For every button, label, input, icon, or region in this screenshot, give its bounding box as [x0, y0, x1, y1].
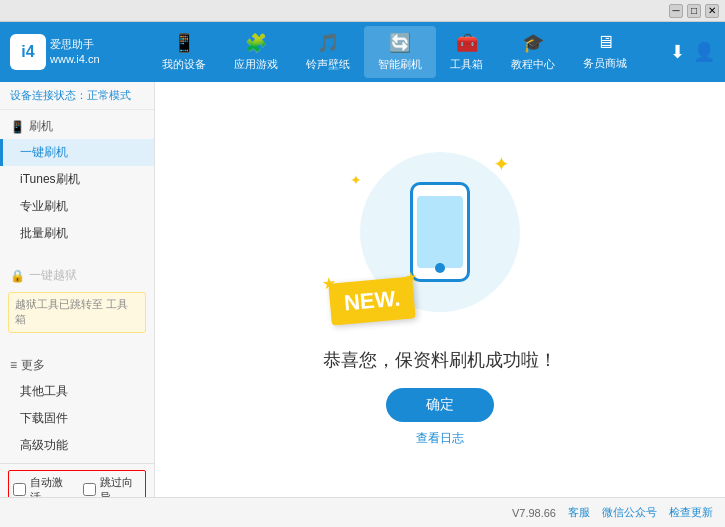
- flash-section-header: 📱 刷机: [0, 114, 154, 139]
- nav-service[interactable]: 🖥 务员商城: [569, 26, 641, 78]
- nav-ringtone[interactable]: 🎵 铃声壁纸: [292, 26, 364, 78]
- my-device-icon: 📱: [173, 32, 195, 54]
- nav-service-label: 务员商城: [583, 56, 627, 71]
- phone-shape: [410, 182, 470, 282]
- main-container: 设备连接状态：正常模式 📱 刷机 一键刷机 iTunes刷机 专业刷机 批量刷机: [0, 82, 725, 497]
- logo: i4 爱思助手 www.i4.cn: [10, 34, 100, 70]
- sidebar-section-flash: 📱 刷机 一键刷机 iTunes刷机 专业刷机 批量刷机: [0, 110, 154, 251]
- confirm-button[interactable]: 确定: [386, 388, 494, 422]
- auto-activate-label: 自动激活: [30, 475, 71, 497]
- nav-my-device-label: 我的设备: [162, 57, 206, 72]
- nav-my-device[interactable]: 📱 我的设备: [148, 26, 220, 78]
- success-illustration: ✦ ✦ NEW.: [340, 132, 540, 332]
- flash-section-icon: 📱: [10, 120, 25, 134]
- sidebar-item-itunes-flash[interactable]: iTunes刷机: [0, 166, 154, 193]
- nav-tutorial-label: 教程中心: [511, 57, 555, 72]
- nav-tutorial[interactable]: 🎓 教程中心: [497, 26, 569, 78]
- version-label: V7.98.66: [512, 507, 556, 519]
- other-tools-label: 其他工具: [20, 384, 68, 398]
- new-badge: NEW.: [328, 276, 416, 325]
- status-label: 设备连接状态：: [10, 89, 87, 101]
- log-link[interactable]: 查看日志: [416, 430, 464, 447]
- logo-text: 爱思助手 www.i4.cn: [50, 37, 100, 68]
- itunes-flash-label: iTunes刷机: [20, 172, 80, 186]
- sidebar-item-batch-flash[interactable]: 批量刷机: [0, 220, 154, 247]
- advanced-label: 高级功能: [20, 438, 68, 452]
- sidebar-status: 设备连接状态：正常模式: [0, 82, 154, 110]
- sidebar-item-other-tools[interactable]: 其他工具: [0, 378, 154, 405]
- flash-section-label: 刷机: [29, 118, 53, 135]
- bottom-right: V7.98.66 客服 微信公众号 检查更新: [512, 505, 713, 520]
- auto-activate-checkbox[interactable]: [13, 483, 26, 496]
- app-games-icon: 🧩: [245, 32, 267, 54]
- download-firmware-label: 下载固件: [20, 411, 68, 425]
- sidebar-item-onekey-flash[interactable]: 一键刷机: [0, 139, 154, 166]
- window-bar: ─ □ ✕: [0, 0, 725, 22]
- sparkle-1: ✦: [493, 152, 510, 176]
- new-badge-text: NEW.: [343, 286, 401, 316]
- logo-line1: 爱思助手: [50, 37, 100, 52]
- nav-app-games-label: 应用游戏: [234, 57, 278, 72]
- sparkle-2: ✦: [350, 172, 362, 188]
- sidebar-item-download-firmware[interactable]: 下载固件: [0, 405, 154, 432]
- nav-items: 📱 我的设备 🧩 应用游戏 🎵 铃声壁纸 🔄 智能刷机 🧰 工具箱 🎓 教程中心…: [120, 26, 670, 78]
- customer-service-link[interactable]: 客服: [568, 505, 590, 520]
- nav-toolbox[interactable]: 🧰 工具箱: [436, 26, 497, 78]
- bottom-bar: V7.98.66 客服 微信公众号 检查更新: [0, 497, 725, 527]
- header-right: ⬇ 👤: [670, 41, 715, 63]
- nav-toolbox-label: 工具箱: [450, 57, 483, 72]
- nav-smart-flash[interactable]: 🔄 智能刷机: [364, 26, 436, 78]
- service-icon: 🖥: [596, 32, 614, 53]
- jailbreak-section-label: 一键越狱: [29, 267, 77, 284]
- minimize-button[interactable]: ─: [669, 4, 683, 18]
- nav-ringtone-label: 铃声壁纸: [306, 57, 350, 72]
- sidebar-section-jailbreak: 🔒 一键越狱 越狱工具已跳转至 工具箱: [0, 259, 154, 341]
- nav-app-games[interactable]: 🧩 应用游戏: [220, 26, 292, 78]
- more-icon: ≡: [10, 358, 17, 372]
- phone-home-button: [435, 263, 445, 273]
- guide-checkbox[interactable]: [83, 483, 96, 496]
- jailbreak-warning-box: 越狱工具已跳转至 工具箱: [8, 292, 146, 333]
- pro-flash-label: 专业刷机: [20, 199, 68, 213]
- wechat-link[interactable]: 微信公众号: [602, 505, 657, 520]
- sidebar-item-pro-flash[interactable]: 专业刷机: [0, 193, 154, 220]
- batch-flash-label: 批量刷机: [20, 226, 68, 240]
- content-area: ✦ ✦ NEW. 恭喜您，保资料刷机成功啦！ 确定 查看日志: [155, 82, 725, 497]
- success-message: 恭喜您，保资料刷机成功啦！: [323, 348, 557, 372]
- phone-screen: [417, 196, 463, 268]
- checkbox-row-highlight: 自动激活 跳过向导: [8, 470, 146, 497]
- jailbreak-lock-icon: 🔒: [10, 269, 25, 283]
- more-section-label: 更多: [21, 357, 45, 374]
- nav-smart-flash-label: 智能刷机: [378, 57, 422, 72]
- sidebar-item-advanced[interactable]: 高级功能: [0, 432, 154, 459]
- sidebar: 设备连接状态：正常模式 📱 刷机 一键刷机 iTunes刷机 专业刷机 批量刷机: [0, 82, 155, 497]
- onekey-flash-label: 一键刷机: [20, 145, 68, 159]
- toolbox-icon: 🧰: [456, 32, 478, 54]
- logo-icon-text: i4: [21, 43, 34, 61]
- download-button[interactable]: ⬇: [670, 41, 685, 63]
- ringtone-icon: 🎵: [317, 32, 339, 54]
- tutorial-icon: 🎓: [522, 32, 544, 54]
- logo-line2: www.i4.cn: [50, 52, 100, 67]
- guide-label: 跳过向导: [100, 475, 141, 497]
- maximize-button[interactable]: □: [687, 4, 701, 18]
- check-update-link[interactable]: 检查更新: [669, 505, 713, 520]
- user-button[interactable]: 👤: [693, 41, 715, 63]
- status-value: 正常模式: [87, 89, 131, 101]
- jailbreak-warning-text: 越狱工具已跳转至 工具箱: [15, 298, 128, 325]
- jailbreak-section-header: 🔒 一键越狱: [0, 263, 154, 288]
- smart-flash-icon: 🔄: [389, 32, 411, 54]
- header: i4 爱思助手 www.i4.cn 📱 我的设备 🧩 应用游戏 🎵 铃声壁纸 🔄…: [0, 22, 725, 82]
- logo-icon: i4: [10, 34, 46, 70]
- more-section-header: ≡ 更多: [0, 353, 154, 378]
- sidebar-bottom: 自动激活 跳过向导 📱 iPhone 15 Pro Max 512GB iPho…: [0, 463, 154, 497]
- close-button[interactable]: ✕: [705, 4, 719, 18]
- sidebar-section-more: ≡ 更多 其他工具 下载固件 高级功能: [0, 349, 154, 463]
